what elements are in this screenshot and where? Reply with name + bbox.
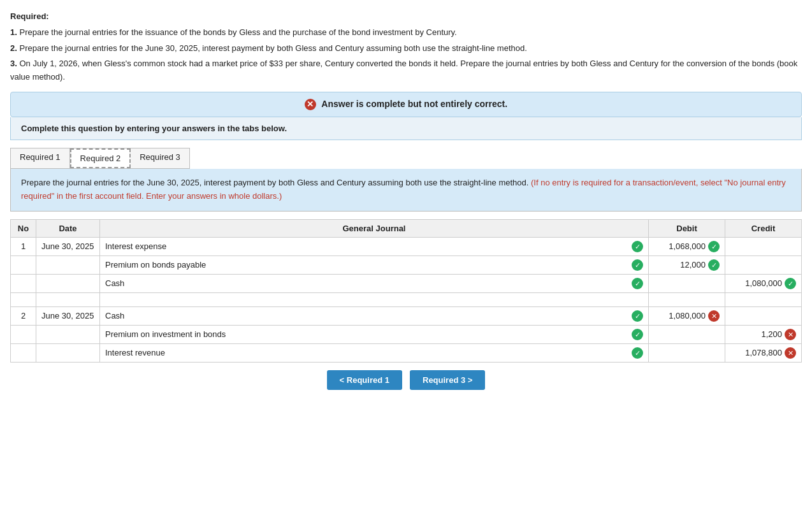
row-credit (725, 306, 802, 325)
row-date: June 30, 2025 (36, 237, 100, 255)
check-icon-green: ✓ (632, 259, 643, 271)
row-gj: Interest expense ✓ (100, 237, 649, 255)
table-row-empty (11, 292, 802, 306)
col-header-debit: Debit (649, 219, 725, 237)
check-icon-red: ✕ (708, 310, 720, 322)
table-row: 2 June 30, 2025 Cash ✓ 1,080,000 ✕ (11, 306, 802, 325)
row-gj: Cash ✓ (100, 274, 649, 292)
check-icon-green: ✓ (632, 241, 643, 252)
instruction-3: 3. On July 1, 2026, when Gless's common … (10, 57, 802, 84)
col-header-no: No (11, 219, 36, 237)
check-icon-green: ✓ (632, 278, 643, 289)
alert-icon: ✕ (305, 99, 316, 110)
check-icon-green: ✓ (632, 310, 643, 322)
instruction-1: 1. Prepare the journal entries for the i… (10, 26, 802, 40)
check-icon-green: ✓ (785, 278, 796, 289)
tab-required3[interactable]: Required 3 (131, 148, 189, 168)
row-gj: Cash ✓ (100, 306, 649, 325)
check-icon-red: ✕ (785, 329, 796, 340)
row-debit: 12,000 ✓ (649, 255, 725, 274)
table-row: 1 June 30, 2025 Interest expense ✓ 1,068… (11, 237, 802, 255)
check-icon-red: ✕ (785, 347, 796, 359)
row-no (11, 274, 36, 292)
complete-text: Complete this question by entering your … (10, 117, 802, 140)
tab-content: Prepare the journal entries for the June… (10, 169, 802, 212)
instructions-block: Required: 1. Prepare the journal entries… (10, 10, 802, 84)
tab-required1[interactable]: Required 1 (11, 148, 70, 168)
alert-text: ✕ Answer is complete but not entirely co… (305, 99, 507, 109)
row-no: 2 (11, 306, 36, 325)
check-icon-green: ✓ (708, 259, 720, 271)
col-header-date: Date (36, 219, 100, 237)
prev-button[interactable]: < Required 1 (327, 370, 402, 390)
row-debit: 1,068,000 ✓ (649, 237, 725, 255)
instruction-2: 2. Prepare the journal entries for the J… (10, 42, 802, 55)
row-date (36, 274, 100, 292)
row-credit (725, 237, 802, 255)
table-row: Premium on investment in bonds ✓ 1,200 ✕ (11, 325, 802, 343)
nav-buttons: < Required 1 Required 3 > (10, 370, 802, 390)
row-date: June 30, 2025 (36, 306, 100, 325)
tab-main-text: Prepare the journal entries for the June… (21, 178, 528, 187)
alert-box: ✕ Answer is complete but not entirely co… (10, 92, 802, 117)
row-credit (725, 255, 802, 274)
col-header-credit: Credit (725, 219, 802, 237)
row-debit (649, 274, 725, 292)
col-header-gj: General Journal (100, 219, 649, 237)
row-no: 1 (11, 237, 36, 255)
row-debit: 1,080,000 ✕ (649, 306, 725, 325)
row-date (36, 343, 100, 362)
row-debit (649, 325, 725, 343)
tabs-container: Required 1 Required 2 Required 3 (10, 148, 190, 169)
row-no (11, 255, 36, 274)
row-debit (649, 343, 725, 362)
row-credit: 1,200 ✕ (725, 325, 802, 343)
row-date (36, 255, 100, 274)
table-row: Cash ✓ 1,080,000 ✓ (11, 274, 802, 292)
journal-table: No Date General Journal Debit Credit 1 J… (10, 219, 802, 363)
row-gj: Premium on investment in bonds ✓ (100, 325, 649, 343)
row-no (11, 325, 36, 343)
check-icon-green: ✓ (708, 241, 720, 252)
row-credit: 1,078,800 ✕ (725, 343, 802, 362)
next-button[interactable]: Required 3 > (410, 370, 485, 390)
row-gj: Interest revenue ✓ (100, 343, 649, 362)
check-icon-green: ✓ (632, 347, 643, 359)
row-no (11, 343, 36, 362)
row-credit: 1,080,000 ✓ (725, 274, 802, 292)
tab-required2[interactable]: Required 2 (70, 148, 131, 168)
table-row: Interest revenue ✓ 1,078,800 ✕ (11, 343, 802, 362)
row-gj: Premium on bonds payable ✓ (100, 255, 649, 274)
required-label: Required: (10, 11, 49, 21)
row-date (36, 325, 100, 343)
check-icon-green: ✓ (632, 329, 643, 340)
table-row: Premium on bonds payable ✓ 12,000 ✓ (11, 255, 802, 274)
